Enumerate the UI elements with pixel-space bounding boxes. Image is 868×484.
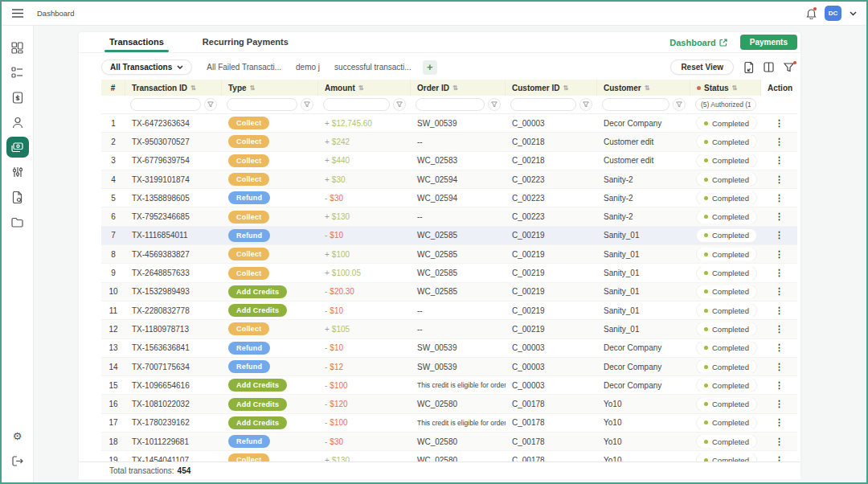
row-actions-button[interactable]: ⋮: [768, 381, 791, 390]
row-actions-button[interactable]: ⋮: [768, 119, 791, 128]
row-actions-button[interactable]: ⋮: [768, 194, 791, 203]
row-actions-button[interactable]: ⋮: [768, 418, 791, 427]
cell-status: Completed: [690, 267, 761, 280]
row-actions-button[interactable]: ⋮: [768, 343, 791, 352]
row-actions-button[interactable]: ⋮: [768, 400, 791, 408]
saved-view-successful[interactable]: successful transacti...: [334, 63, 411, 72]
table-row[interactable]: 6TX-7952346685Collect+$130--C_00223Sanit…: [101, 207, 797, 226]
table-row[interactable]: 7TX-1116854011Refund-$10WC_02585C_00219S…: [101, 227, 797, 245]
funnel-icon[interactable]: [204, 98, 217, 111]
filter-input-customer-id[interactable]: [510, 98, 576, 111]
filter-input-type[interactable]: [227, 98, 297, 111]
table-row[interactable]: 9TX-2648857633Collect+$100.05WC_02585C_0…: [101, 264, 797, 282]
view-selector-dropdown[interactable]: All Transactions: [101, 59, 192, 75]
sidebar-item-files[interactable]: [7, 211, 28, 232]
cell-action: ⋮: [761, 137, 797, 146]
row-actions-button[interactable]: ⋮: [768, 269, 791, 277]
logout-icon[interactable]: [7, 450, 28, 471]
table-row[interactable]: 3TX-6779639754Collect+$440WC_02583C_0021…: [101, 152, 797, 170]
table-row[interactable]: 11TX-2280832778Add Credits-$10--C_00219S…: [101, 301, 797, 320]
type-badge: Collect: [228, 322, 269, 335]
settings-gear-icon[interactable]: ⚙: [7, 425, 28, 446]
funnel-icon[interactable]: [301, 98, 313, 111]
row-actions-button[interactable]: ⋮: [768, 212, 791, 221]
dashboard-link[interactable]: Dashboard: [669, 38, 727, 47]
sort-icon: ⇅: [452, 84, 458, 92]
sidebar-item-dashboard[interactable]: [7, 37, 28, 58]
column-header-transaction-id[interactable]: Transaction ID⇅: [125, 80, 222, 96]
type-badge: Add Credits: [228, 304, 287, 317]
menu-icon[interactable]: [2, 9, 34, 18]
export-icon[interactable]: [743, 62, 754, 73]
row-actions-button[interactable]: ⋮: [768, 287, 791, 296]
saved-view-all-failed[interactable]: All Failed Transacti...: [207, 63, 281, 72]
sidebar-item-payments[interactable]: [6, 137, 29, 158]
sidebar-item-customers[interactable]: [7, 112, 28, 133]
table-row[interactable]: 10TX-1532989493Add Credits-$20.30WC_0258…: [101, 283, 797, 301]
filter-input-customer[interactable]: [602, 98, 669, 111]
sidebar-item-preferences[interactable]: [7, 162, 28, 183]
table-row[interactable]: 16TX-1081022032Add Credits-$120WC_02580C…: [101, 395, 797, 413]
payments-button[interactable]: Payments: [740, 35, 797, 50]
table-row[interactable]: 2TX-9503070527Collect+$242--C_00218Custo…: [101, 133, 797, 151]
filter-icon[interactable]: [784, 63, 794, 72]
table-row[interactable]: 13TX-1563636841Refund-$10SW_00539C_00003…: [101, 339, 797, 358]
tab-transactions[interactable]: Transactions: [108, 33, 166, 52]
filter-input-amount[interactable]: [323, 98, 390, 111]
table-row[interactable]: 8TX-4569383827Collect+$100WC_02585C_0021…: [101, 245, 797, 264]
add-view-button[interactable]: +: [423, 60, 437, 75]
cell-transaction-id: TX-4569383827: [125, 250, 222, 259]
table-row[interactable]: 15TX-1096654616Add Credits-$100This cred…: [101, 376, 797, 395]
filter-input-order-id[interactable]: [416, 98, 485, 111]
cell-transaction-id: TX-1780239162: [125, 418, 222, 427]
notifications-bell-icon[interactable]: [806, 8, 817, 19]
row-actions-button[interactable]: ⋮: [768, 175, 791, 184]
reset-view-button[interactable]: Reset View: [670, 59, 734, 75]
row-actions-button[interactable]: ⋮: [768, 306, 791, 315]
cell-action: ⋮: [761, 343, 797, 352]
funnel-icon[interactable]: [579, 98, 592, 111]
type-badge: Collect: [228, 211, 269, 224]
table-row[interactable]: 5TX-1358898605Refund-$30WC_02594C_00223S…: [101, 189, 797, 207]
cell-transaction-id: TX-1532989493: [125, 287, 222, 296]
table-row[interactable]: 4TX-3199101874Collect+$30WC_02594C_00223…: [101, 170, 797, 189]
table-row[interactable]: 1TX-6472363634Collect+$12,745.60SW_00539…: [101, 114, 797, 133]
row-actions-button[interactable]: ⋮: [768, 156, 791, 165]
columns-icon[interactable]: [764, 62, 774, 72]
column-header-status[interactable]: Status⇅: [690, 80, 761, 96]
column-header-amount[interactable]: Amount⇅: [318, 80, 411, 96]
column-header-order-id[interactable]: Order ID⇅: [411, 80, 506, 96]
column-header-customer[interactable]: Customer⇅: [597, 80, 690, 96]
filter-input-status[interactable]: [695, 98, 756, 111]
cell-order-id: WC_02580: [411, 437, 506, 446]
avatar[interactable]: DC: [825, 6, 841, 21]
table-row[interactable]: 19TX-1454041107Collect+$130WC_02580C_001…: [101, 451, 797, 461]
table-row[interactable]: 18TX-1011229681Refund-$30WC_02580C_00178…: [101, 433, 797, 451]
sidebar-item-billing[interactable]: [7, 87, 28, 108]
sidebar-item-orders[interactable]: [7, 62, 28, 83]
row-actions-button[interactable]: ⋮: [768, 250, 791, 259]
cell-type: Refund: [222, 342, 318, 355]
filter-input-transaction-id[interactable]: [130, 98, 201, 111]
funnel-icon[interactable]: [393, 98, 406, 111]
account-chevron-down-icon[interactable]: [850, 11, 857, 16]
row-actions-button[interactable]: ⋮: [768, 456, 791, 461]
row-actions-button[interactable]: ⋮: [768, 363, 791, 371]
row-actions-button[interactable]: ⋮: [768, 137, 791, 146]
funnel-icon[interactable]: [673, 98, 686, 111]
saved-view-demo-j[interactable]: demo j: [296, 63, 320, 72]
cell-action: ⋮: [761, 212, 797, 221]
cell-order-id: WC_02580: [411, 400, 506, 408]
sidebar-item-documents[interactable]: [7, 187, 28, 207]
row-actions-button[interactable]: ⋮: [768, 231, 791, 240]
row-actions-button[interactable]: ⋮: [768, 325, 791, 334]
tab-recurring-payments[interactable]: Recurring Payments: [201, 33, 290, 52]
table-row[interactable]: 14TX-7007175634Refund-$12SW_00539C_00003…: [101, 358, 797, 376]
table-row[interactable]: 17TX-1780239162Add Credits-$100This cred…: [101, 414, 797, 433]
row-actions-button[interactable]: ⋮: [768, 437, 791, 446]
cell-type: Refund: [222, 191, 318, 204]
funnel-icon[interactable]: [488, 98, 501, 111]
column-header-customer-id[interactable]: Customer ID⇅: [506, 80, 597, 96]
table-row[interactable]: 12TX-1180978713Collect+$105--C_00219Sani…: [101, 320, 797, 338]
column-header-type[interactable]: Type⇅: [222, 80, 318, 96]
